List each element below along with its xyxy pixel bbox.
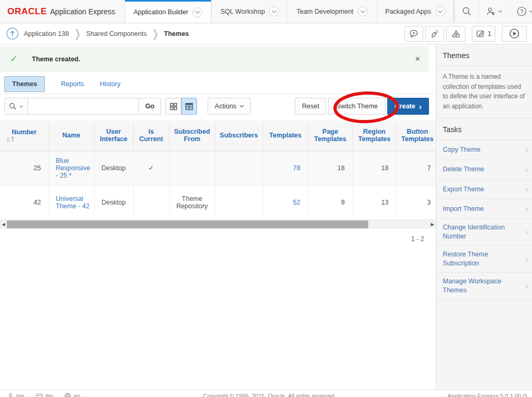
edit-page-icon — [476, 29, 485, 38]
chevron-down-icon[interactable] — [269, 6, 279, 16]
page-body: ✓ Theme created. ✕ Themes Reports Histor… — [0, 44, 532, 390]
go-button[interactable]: Go — [139, 98, 161, 115]
success-message: ✓ Theme created. ✕ — [0, 46, 429, 72]
task-label: Change Identification Number — [443, 223, 511, 241]
feedback-bubble-icon — [409, 29, 418, 39]
theme-name-link[interactable]: Universal Theme - 42 — [56, 195, 90, 210]
breadcrumb-application[interactable]: Application 138 — [24, 30, 69, 38]
chevron-down-icon — [239, 105, 244, 108]
task-export-theme[interactable]: Export Theme › — [436, 180, 532, 199]
view-toggle — [165, 98, 197, 115]
create-button[interactable]: Create › — [387, 98, 429, 115]
help-icon[interactable]: ? — [509, 0, 532, 23]
nav-tab-application-builder[interactable]: Application Builder — [125, 0, 212, 23]
column-header-user-interface[interactable]: User Interface — [94, 121, 133, 151]
flashlight-icon — [430, 29, 440, 39]
shared-components-button[interactable] — [446, 26, 465, 42]
column-header-subscribers[interactable]: Subscribers — [215, 121, 263, 151]
column-header-button-templates[interactable]: Button Templates — [396, 121, 436, 151]
column-header-is-current[interactable]: Is Current — [133, 121, 169, 151]
cell-region-templates: 13 — [352, 185, 396, 219]
cell-button-templates: 7 — [396, 151, 436, 185]
search-options-button[interactable] — [4, 98, 28, 115]
task-manage-workspace-themes[interactable]: Manage Workspace Themes › — [436, 273, 532, 300]
task-change-identification-number[interactable]: Change Identification Number › — [436, 219, 532, 246]
breadcrumb-bar: Application 138 ❯ Shared Components ❯ Th… — [0, 23, 532, 44]
cell-page-templates: 18 — [308, 151, 352, 185]
success-message-text: Theme created. — [32, 56, 80, 63]
column-header-region-templates[interactable]: Region Templates — [352, 121, 396, 151]
footer-language-code: en — [73, 393, 80, 397]
column-header-subscribed-from[interactable]: Subscribed From — [169, 121, 215, 151]
chevron-down-icon[interactable] — [192, 7, 202, 17]
theme-name-link[interactable]: Blue Responsive - 25 * — [56, 157, 90, 179]
report-view-button[interactable] — [181, 98, 197, 115]
reset-button[interactable]: Reset — [295, 98, 326, 115]
nav-tab-label: Application Builder — [134, 8, 189, 16]
svg-text:?: ? — [520, 8, 524, 15]
nav-tab-label: Packaged Apps — [385, 8, 431, 15]
administration-icon[interactable] — [479, 0, 509, 23]
breadcrumb-current-page: Themes — [164, 30, 189, 38]
tab-themes[interactable]: Themes — [4, 76, 45, 92]
column-label: Name — [62, 132, 80, 139]
sort-ascending-icon — [6, 136, 15, 142]
chevron-down-icon[interactable] — [435, 6, 445, 16]
tab-history[interactable]: History — [100, 80, 120, 88]
nav-tab-label: Team Development — [296, 8, 353, 15]
chevron-down-icon[interactable] — [358, 6, 368, 16]
column-label: Subscribed From — [174, 128, 210, 143]
tab-reports[interactable]: Reports — [61, 80, 84, 88]
templates-count-link[interactable]: 52 — [293, 199, 301, 206]
templates-count-link[interactable]: 78 — [293, 164, 301, 172]
cell-is-current: ✓ — [133, 151, 169, 185]
scroll-left-arrow[interactable]: ◀ — [0, 220, 7, 229]
cell-subscribed-from: Theme Repository — [169, 185, 215, 219]
topnav-utility-icons: ? — [454, 0, 532, 23]
task-copy-theme[interactable]: Copy Theme › — [436, 140, 532, 160]
scroll-right-arrow[interactable]: ▶ — [429, 220, 436, 229]
breadcrumb-shared-components[interactable]: Shared Components — [86, 30, 147, 38]
switch-theme-button[interactable]: Switch Theme — [328, 98, 386, 115]
nav-tab-packaged-apps[interactable]: Packaged Apps — [376, 0, 454, 23]
task-delete-theme[interactable]: Delete Theme › — [436, 160, 532, 180]
task-restore-theme-subscription[interactable]: Restore Theme Subscription › — [436, 246, 532, 273]
feedback-button[interactable] — [404, 26, 423, 42]
close-icon[interactable]: ✕ — [415, 55, 421, 63]
column-header-number[interactable]: Number — [0, 121, 49, 151]
cell-button-templates: 3 — [396, 185, 436, 219]
sidebar-description: A Theme is a named collection of templat… — [436, 66, 532, 118]
nav-tab-sql-workshop[interactable]: SQL Workshop — [211, 0, 287, 23]
grid-view-icon — [170, 103, 178, 110]
column-label: Subscribers — [220, 132, 258, 139]
column-label: User Interface — [100, 128, 127, 143]
cell-templates: 52 — [263, 185, 308, 219]
up-level-icon[interactable] — [6, 27, 18, 40]
task-label: Export Theme — [443, 185, 484, 194]
report-view-icon — [185, 103, 193, 110]
column-header-page-templates[interactable]: Page Templates — [308, 121, 352, 151]
run-play-icon — [509, 29, 519, 39]
search-input[interactable] — [28, 98, 139, 115]
actions-menu-button[interactable]: Actions — [208, 98, 251, 115]
footer-language: en — [64, 393, 80, 397]
search-icon[interactable] — [454, 0, 479, 23]
icon-view-button[interactable] — [165, 98, 181, 115]
main-nav-tabs: Application Builder SQL Workshop Team De… — [125, 0, 454, 23]
run-page-button[interactable] — [502, 26, 527, 42]
chevron-right-icon: › — [419, 103, 422, 110]
cell-subscribers — [215, 185, 263, 219]
scrollbar-thumb[interactable] — [7, 220, 368, 228]
task-import-theme[interactable]: Import Theme › — [436, 199, 532, 219]
column-header-templates[interactable]: Templates — [263, 121, 308, 151]
nav-tab-team-development[interactable]: Team Development — [287, 0, 376, 23]
spotlight-button[interactable] — [425, 26, 444, 42]
column-header-name[interactable]: Name — [49, 121, 94, 151]
cell-number: 42 — [0, 185, 49, 219]
search-icon — [9, 103, 17, 110]
cell-subscribed-from — [169, 151, 215, 185]
edit-page-number: 1 — [488, 30, 491, 38]
column-label: Region Templates — [358, 128, 390, 143]
edit-page-button[interactable]: 1 — [472, 26, 496, 42]
chevron-right-icon: › — [525, 254, 528, 264]
